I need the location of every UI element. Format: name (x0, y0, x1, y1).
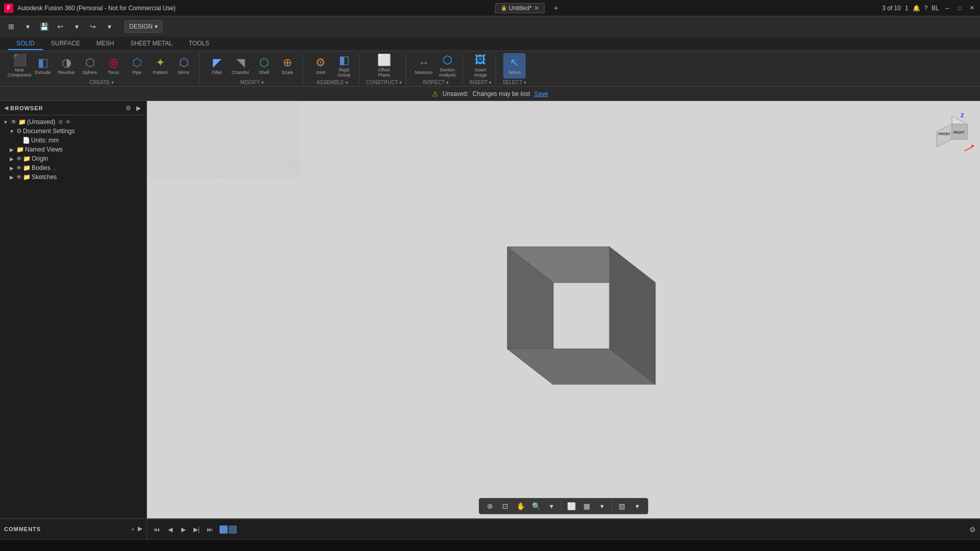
step-forward-button[interactable]: ▶| (191, 524, 202, 535)
pan-button[interactable]: ✋ (514, 499, 527, 513)
assemble-2-button[interactable]: ◧ Rigid Group (333, 53, 355, 79)
sphere-button[interactable]: ⬡ Sphere (79, 53, 101, 79)
active-tab[interactable]: 🔒 Untitled* ✕ (495, 3, 545, 13)
zoom-button[interactable]: 🔍 (529, 499, 543, 513)
origin-eye-icon[interactable]: 👁 (16, 156, 22, 162)
minimize-button[interactable]: ─ (943, 4, 951, 12)
design-dropdown[interactable]: DESIGN ▾ (125, 20, 162, 33)
assemble-1-button[interactable]: ⚙ Joint (309, 53, 332, 79)
sketches-expand[interactable]: ▶ (8, 173, 15, 181)
insert-1-button[interactable]: 🖼 Insert Image (469, 53, 492, 79)
z-axis-label: Z (961, 112, 964, 118)
named-views-label: Named Views (25, 146, 63, 153)
browser-settings-icon[interactable]: ⚙ (124, 104, 132, 112)
step-back-button[interactable]: ◀ (164, 524, 176, 535)
bodies-expand[interactable]: ▶ (8, 164, 15, 171)
grid-menu-button[interactable]: ⊞ (4, 19, 18, 34)
new-component-button[interactable]: ⬛ New Component (8, 53, 31, 79)
tree-item-bodies[interactable]: ▶ 👁 📁 Bodies ... (0, 163, 146, 172)
tab-close-button[interactable]: ✕ (534, 5, 539, 12)
inspect-1-button[interactable]: ↔ Measure (412, 53, 435, 79)
units-label: Units: mm (31, 137, 59, 144)
save-link-button[interactable]: Save (534, 90, 548, 97)
bell-icon[interactable]: 🔔 (913, 5, 920, 12)
close-button[interactable]: ✕ (968, 4, 976, 12)
root-expand-icon[interactable]: ▼ (2, 118, 9, 126)
pipe-button[interactable]: ⬡ Pipe (126, 53, 148, 79)
browser-expand-icon[interactable]: ▶ (134, 104, 142, 112)
pattern-button[interactable]: ✦ Pattern (149, 53, 172, 79)
extrude-button[interactable]: ◧ Extrude (32, 53, 54, 79)
go-to-start-button[interactable]: ⏮ (151, 524, 162, 535)
tab-surface[interactable]: SURFACE (43, 38, 88, 50)
fit-button[interactable]: ⊡ (499, 499, 512, 513)
help-icon[interactable]: ? (924, 5, 928, 12)
tab-mesh[interactable]: MESH (88, 38, 122, 50)
environment-button[interactable]: ▥ (615, 499, 628, 513)
tab-solid[interactable]: SOLID (8, 38, 43, 50)
orbit-button[interactable]: ⊕ (483, 499, 497, 513)
root-eye-icon[interactable]: 👁 (10, 118, 17, 126)
modify-1-button[interactable]: ◤ Fillet (206, 53, 228, 79)
root-eye2-icon[interactable]: 👁 (65, 119, 71, 125)
tree-item-origin[interactable]: ▶ 👁 📁 Origin (0, 154, 146, 163)
sketches-eye-icon[interactable]: 👁 (16, 174, 22, 180)
doc-settings-label: Document Settings (23, 128, 75, 135)
modify-2-button[interactable]: ◥ Chamfer (229, 53, 252, 79)
viewcube-svg[interactable]: Z FRONT RIGHT (929, 111, 975, 157)
timeline-settings-button[interactable]: ⚙ (969, 525, 976, 534)
undo-button[interactable]: ↩ (53, 19, 67, 34)
new-component-icon: ⬛ (13, 54, 27, 67)
pipe-label: Pipe (132, 70, 141, 76)
tree-item-sketches[interactable]: ▶ 👁 📁 Sketches (0, 172, 146, 182)
go-to-end-button[interactable]: ⏭ (204, 524, 215, 535)
origin-expand[interactable]: ▶ (8, 155, 15, 162)
bodies-eye-icon[interactable]: 👁 (16, 165, 22, 171)
keyframe-1[interactable] (219, 525, 228, 534)
viewcube[interactable]: Z FRONT RIGHT (929, 111, 970, 152)
construct-group-label: CONSTRUCT ▾ (366, 80, 402, 86)
x-axis-arrowhead (971, 144, 974, 148)
tree-item-root[interactable]: ▼ 👁 📁 (Unsaved) ⚙ 👁 (0, 117, 146, 127)
new-tab-button[interactable]: ＋ (549, 1, 563, 15)
comments-expand-icon[interactable]: ▶ (138, 525, 142, 534)
save-button[interactable]: 💾 (37, 19, 51, 34)
select-button[interactable]: ↖ Select (503, 53, 526, 79)
doc-settings-expand[interactable]: ▼ (8, 128, 15, 135)
inspect-2-button[interactable]: ⬡ Section Analysis (436, 53, 458, 79)
user-avatar[interactable]: BL (932, 5, 939, 12)
tab-tools[interactable]: TOOLS (181, 38, 217, 50)
comments-timeline-row: COMMENTS ＋ ▶ ⏮ ◀ ▶ ▶| ⏭ ⚙ (0, 518, 980, 539)
zoom-dropdown[interactable]: ▾ (545, 499, 558, 513)
quick-access-dropdown[interactable]: ▾ (20, 19, 35, 34)
viewport[interactable]: Z FRONT RIGHT ⊕ ⊡ ✋ 🔍 (147, 101, 980, 518)
ribbon-content: ⬛ New Component ◧ Extrude ◑ Revolve ⬡ Sp… (0, 51, 980, 87)
measure-label: Measure (415, 70, 433, 76)
torus-button[interactable]: ◎ Torus (102, 53, 125, 79)
grid-dropdown[interactable]: ▾ (595, 499, 608, 513)
named-views-expand[interactable]: ▶ (8, 146, 15, 153)
maximize-button[interactable]: □ (955, 4, 964, 12)
scale-button[interactable]: ⊕ Scale (276, 53, 299, 79)
root-settings-icon[interactable]: ⚙ (58, 119, 63, 126)
revolve-button[interactable]: ◑ Revolve (55, 53, 78, 79)
play-button[interactable]: ▶ (178, 524, 189, 535)
browser-collapse-icon[interactable]: ◀ (4, 105, 8, 111)
redo-dropdown[interactable]: ▾ (102, 19, 116, 34)
display-mode-button[interactable]: ⬜ (565, 499, 578, 513)
tab-sheet-metal[interactable]: SHEET METAL (122, 38, 180, 50)
undo-dropdown[interactable]: ▾ (69, 19, 84, 34)
comments-add-icon[interactable]: ＋ (130, 525, 136, 534)
tree-item-named-views[interactable]: ▶ 📁 Named Views (0, 145, 146, 154)
modify-3-button[interactable]: ⬡ Shell (253, 53, 275, 79)
redo-button[interactable]: ↪ (86, 19, 100, 34)
keyframe-2[interactable] (229, 525, 237, 534)
modify-group: ◤ Fillet ◥ Chamfer ⬡ Shell ⊕ Scale MODIF… (202, 53, 303, 84)
tree-item-doc-settings[interactable]: ▼ ⚙ Document Settings (0, 127, 146, 136)
environment-dropdown[interactable]: ▾ (630, 499, 644, 513)
mirror-button[interactable]: ⬡ Mirror (173, 53, 195, 79)
construct-1-button[interactable]: ⬜ Offset Plane (373, 53, 395, 79)
tree-item-units[interactable]: ▶ 📄 Units: mm (0, 136, 146, 145)
lock-icon: 🔒 (501, 5, 507, 11)
grid-button[interactable]: ▦ (580, 499, 593, 513)
